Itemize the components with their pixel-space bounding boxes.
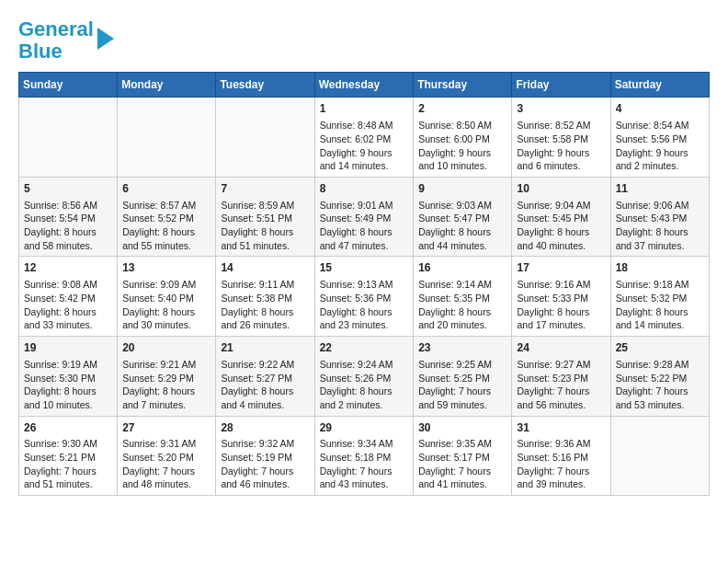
calendar-cell — [19, 98, 118, 178]
calendar-cell: 31Sunrise: 9:36 AMSunset: 5:16 PMDayligh… — [512, 416, 610, 496]
day-number: 17 — [517, 260, 605, 276]
logo-general: General — [18, 17, 94, 40]
calendar-table: SundayMondayTuesdayWednesdayThursdayFrid… — [18, 72, 710, 496]
day-number: 23 — [418, 340, 506, 356]
logo-blue: Blue — [18, 40, 63, 63]
calendar-cell — [216, 98, 314, 178]
weekday-header: Sunday — [19, 73, 118, 98]
page-header: General Blue — [18, 18, 710, 63]
calendar-cell: 12Sunrise: 9:08 AMSunset: 5:42 PMDayligh… — [19, 257, 118, 337]
weekday-header: Wednesday — [314, 73, 414, 98]
calendar-cell: 24Sunrise: 9:27 AMSunset: 5:23 PMDayligh… — [512, 337, 610, 417]
day-number: 20 — [122, 340, 210, 356]
calendar-cell — [610, 416, 709, 496]
calendar-cell: 15Sunrise: 9:13 AMSunset: 5:36 PMDayligh… — [314, 257, 414, 337]
calendar-cell: 1Sunrise: 8:48 AMSunset: 6:02 PMDaylight… — [314, 98, 414, 178]
day-number: 19 — [24, 340, 112, 356]
calendar-cell: 18Sunrise: 9:18 AMSunset: 5:32 PMDayligh… — [610, 257, 709, 337]
day-number: 14 — [221, 260, 309, 276]
day-number: 21 — [221, 340, 309, 356]
weekday-header: Friday — [512, 73, 610, 98]
day-number: 7 — [221, 181, 309, 197]
weekday-header: Monday — [118, 73, 216, 98]
day-number: 30 — [418, 420, 506, 436]
calendar-cell: 9Sunrise: 9:03 AMSunset: 5:47 PMDaylight… — [414, 177, 512, 257]
day-number: 26 — [24, 420, 112, 436]
calendar-cell — [118, 98, 216, 178]
calendar-week-row: 5Sunrise: 8:56 AMSunset: 5:54 PMDaylight… — [19, 177, 710, 257]
calendar-cell: 28Sunrise: 9:32 AMSunset: 5:19 PMDayligh… — [216, 416, 314, 496]
calendar-cell: 26Sunrise: 9:30 AMSunset: 5:21 PMDayligh… — [19, 416, 118, 496]
calendar-cell: 4Sunrise: 8:54 AMSunset: 5:56 PMDaylight… — [610, 98, 709, 178]
logo-arrow-icon — [97, 28, 114, 50]
calendar-cell: 23Sunrise: 9:25 AMSunset: 5:25 PMDayligh… — [414, 337, 512, 417]
calendar-cell: 6Sunrise: 8:57 AMSunset: 5:52 PMDaylight… — [118, 177, 216, 257]
calendar-cell: 16Sunrise: 9:14 AMSunset: 5:35 PMDayligh… — [414, 257, 512, 337]
day-number: 13 — [122, 260, 210, 276]
day-number: 9 — [418, 181, 506, 197]
day-number: 3 — [517, 101, 605, 117]
calendar-cell: 19Sunrise: 9:19 AMSunset: 5:30 PMDayligh… — [19, 337, 118, 417]
calendar-cell: 2Sunrise: 8:50 AMSunset: 6:00 PMDaylight… — [414, 98, 512, 178]
calendar-cell: 17Sunrise: 9:16 AMSunset: 5:33 PMDayligh… — [512, 257, 610, 337]
calendar-cell: 5Sunrise: 8:56 AMSunset: 5:54 PMDaylight… — [19, 177, 118, 257]
calendar-cell: 7Sunrise: 8:59 AMSunset: 5:51 PMDaylight… — [216, 177, 314, 257]
day-number: 12 — [24, 260, 112, 276]
calendar-header: SundayMondayTuesdayWednesdayThursdayFrid… — [19, 73, 710, 98]
calendar-body: 1Sunrise: 8:48 AMSunset: 6:02 PMDaylight… — [19, 98, 710, 496]
day-number: 2 — [418, 101, 506, 117]
calendar-cell: 14Sunrise: 9:11 AMSunset: 5:38 PMDayligh… — [216, 257, 314, 337]
calendar-cell: 21Sunrise: 9:22 AMSunset: 5:27 PMDayligh… — [216, 337, 314, 417]
calendar-week-row: 19Sunrise: 9:19 AMSunset: 5:30 PMDayligh… — [19, 337, 710, 417]
calendar-cell: 27Sunrise: 9:31 AMSunset: 5:20 PMDayligh… — [118, 416, 216, 496]
weekday-header: Saturday — [610, 73, 709, 98]
calendar-week-row: 26Sunrise: 9:30 AMSunset: 5:21 PMDayligh… — [19, 416, 710, 496]
calendar-cell: 25Sunrise: 9:28 AMSunset: 5:22 PMDayligh… — [610, 337, 709, 417]
day-number: 6 — [122, 181, 210, 197]
day-number: 24 — [517, 340, 605, 356]
logo: General Blue — [18, 18, 114, 63]
calendar-cell: 22Sunrise: 9:24 AMSunset: 5:26 PMDayligh… — [314, 337, 414, 417]
calendar-week-row: 1Sunrise: 8:48 AMSunset: 6:02 PMDaylight… — [19, 98, 710, 178]
day-number: 25 — [616, 340, 704, 356]
weekday-header: Thursday — [414, 73, 512, 98]
calendar-cell: 30Sunrise: 9:35 AMSunset: 5:17 PMDayligh… — [414, 416, 512, 496]
calendar-cell: 3Sunrise: 8:52 AMSunset: 5:58 PMDaylight… — [512, 98, 610, 178]
calendar-cell: 13Sunrise: 9:09 AMSunset: 5:40 PMDayligh… — [118, 257, 216, 337]
day-number: 5 — [24, 181, 112, 197]
calendar-cell: 11Sunrise: 9:06 AMSunset: 5:43 PMDayligh… — [610, 177, 709, 257]
day-number: 1 — [320, 101, 409, 117]
calendar-cell: 20Sunrise: 9:21 AMSunset: 5:29 PMDayligh… — [118, 337, 216, 417]
day-number: 11 — [616, 181, 704, 197]
logo-text: General Blue — [18, 18, 94, 63]
calendar-week-row: 12Sunrise: 9:08 AMSunset: 5:42 PMDayligh… — [19, 257, 710, 337]
day-number: 27 — [122, 420, 210, 436]
weekday-header: Tuesday — [216, 73, 314, 98]
day-number: 4 — [616, 101, 704, 117]
day-number: 15 — [320, 260, 409, 276]
day-number: 31 — [517, 420, 605, 436]
day-number: 22 — [320, 340, 409, 356]
day-number: 29 — [320, 420, 409, 436]
day-number: 8 — [320, 181, 409, 197]
calendar-cell: 8Sunrise: 9:01 AMSunset: 5:49 PMDaylight… — [314, 177, 414, 257]
day-number: 28 — [221, 420, 309, 436]
day-number: 10 — [517, 181, 605, 197]
calendar-cell: 10Sunrise: 9:04 AMSunset: 5:45 PMDayligh… — [512, 177, 610, 257]
weekday-header-row: SundayMondayTuesdayWednesdayThursdayFrid… — [19, 73, 710, 98]
day-number: 16 — [418, 260, 506, 276]
day-number: 18 — [616, 260, 704, 276]
calendar-cell: 29Sunrise: 9:34 AMSunset: 5:18 PMDayligh… — [314, 416, 414, 496]
